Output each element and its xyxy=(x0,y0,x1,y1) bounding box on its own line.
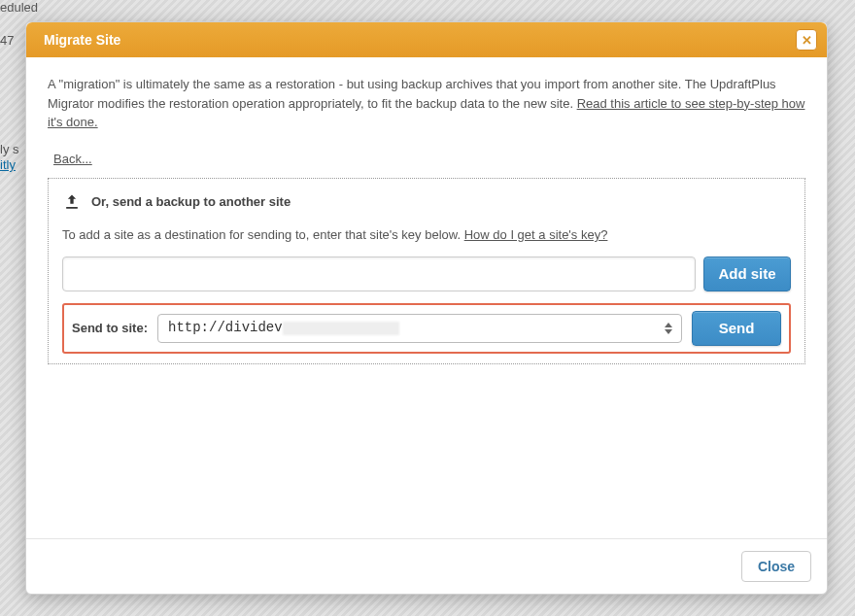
send-button[interactable]: Send xyxy=(692,311,781,346)
add-site-row: Add site xyxy=(62,257,791,291)
bg-text-fragment: ly s xyxy=(0,142,19,156)
redacted-text xyxy=(283,322,399,335)
dialog-close-x-button[interactable]: ✕ xyxy=(796,29,817,51)
migrate-site-dialog: Migrate Site ✕ A "migration" is ultimate… xyxy=(25,21,828,595)
dialog-title: Migrate Site xyxy=(44,32,120,48)
dialog-footer: Close xyxy=(26,538,827,594)
add-site-button[interactable]: Add site xyxy=(703,257,791,291)
upload-icon xyxy=(62,192,82,212)
panel-heading-row: Or, send a backup to another site xyxy=(62,192,791,212)
send-to-site-label: Send to site: xyxy=(72,319,148,338)
intro-paragraph: A "migration" is ultimately the same as … xyxy=(48,75,805,132)
send-backup-panel: Or, send a backup to another site To add… xyxy=(48,178,805,364)
bg-text-fragment: eduled xyxy=(0,0,38,15)
selected-site-value: http://dividev xyxy=(168,318,283,338)
panel-heading-text: Or, send a backup to another site xyxy=(91,192,291,212)
get-site-key-link[interactable]: How do I get a site's key? xyxy=(464,227,608,242)
bg-text-fragment: 47 xyxy=(0,33,14,48)
select-caret-icon xyxy=(662,320,675,337)
dialog-titlebar: Migrate Site ✕ xyxy=(26,22,827,57)
close-button[interactable]: Close xyxy=(741,551,811,582)
panel-description: To add a site as a destination for sendi… xyxy=(62,225,791,245)
site-key-input[interactable] xyxy=(62,257,696,291)
bg-text-link-fragment[interactable]: itly xyxy=(0,157,16,172)
back-link[interactable]: Back... xyxy=(53,150,92,169)
destination-site-select[interactable]: http://dividev xyxy=(157,314,682,343)
panel-desc-text: To add a site as a destination for sendi… xyxy=(62,227,464,242)
close-icon: ✕ xyxy=(802,33,812,48)
send-to-site-row: Send to site: http://dividev Send xyxy=(62,303,791,354)
dialog-content: A "migration" is ultimately the same as … xyxy=(26,57,827,538)
